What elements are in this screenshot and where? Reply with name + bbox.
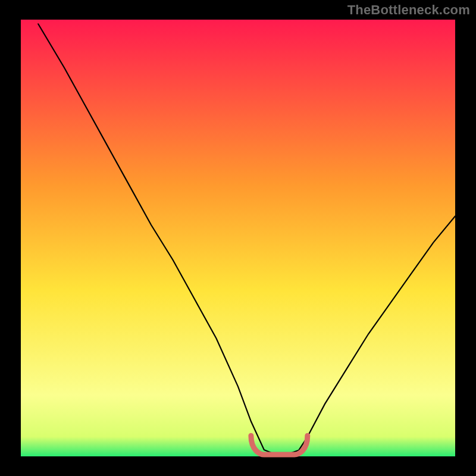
plot-background — [21, 20, 455, 456]
chart-frame: TheBottleneck.com — [0, 0, 476, 476]
attribution-label: TheBottleneck.com — [347, 2, 470, 18]
bottleneck-plot — [0, 0, 476, 476]
